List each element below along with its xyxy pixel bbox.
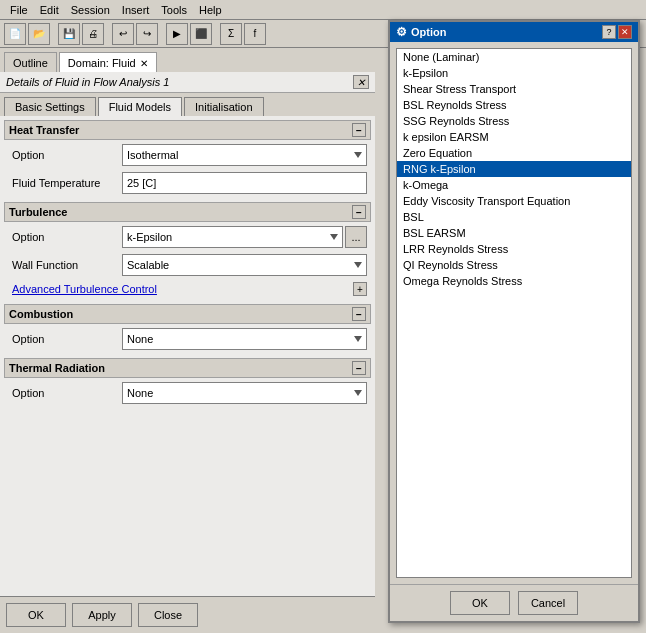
- tab-fluid-models[interactable]: Fluid Models: [98, 97, 182, 117]
- heat-transfer-option-wrapper: IsothermalTotal EnergyThermal Energy: [122, 144, 367, 166]
- wall-function-label: Wall Function: [12, 259, 122, 271]
- combustion-option-select[interactable]: None: [122, 328, 367, 350]
- combustion-option-wrapper: None: [122, 328, 367, 350]
- details-close-btn[interactable]: ✕: [353, 75, 369, 89]
- toolbar-func[interactable]: f: [244, 23, 266, 45]
- heat-transfer-option-row: Option IsothermalTotal EnergyThermal Ene…: [4, 142, 371, 168]
- toolbar-redo[interactable]: ↪: [136, 23, 158, 45]
- list-item-4[interactable]: SSG Reynolds Stress: [397, 113, 631, 129]
- menu-edit[interactable]: Edit: [34, 2, 65, 18]
- list-item-5[interactable]: k epsilon EARSM: [397, 129, 631, 145]
- dialog-close-btn[interactable]: ✕: [618, 25, 632, 39]
- toolbar-run[interactable]: ▶: [166, 23, 188, 45]
- list-item-12[interactable]: LRR Reynolds Stress: [397, 241, 631, 257]
- heat-transfer-collapse-btn[interactable]: −: [352, 123, 366, 137]
- list-item-0[interactable]: None (Laminar): [397, 49, 631, 65]
- thermal-radiation-option-label: Option: [12, 387, 122, 399]
- tab-initialisation[interactable]: Initialisation: [184, 97, 263, 117]
- thermal-radiation-option-select[interactable]: None: [122, 382, 367, 404]
- form-content: Heat Transfer − Option IsothermalTotal E…: [0, 116, 375, 601]
- wall-function-wrapper: ScalableStandardNone: [122, 254, 367, 276]
- heat-transfer-option-select[interactable]: IsothermalTotal EnergyThermal Energy: [122, 144, 367, 166]
- combustion-option-label: Option: [12, 333, 122, 345]
- domain-tab[interactable]: Domain: Fluid ✕: [59, 52, 157, 74]
- heat-transfer-option-label: Option: [12, 149, 122, 161]
- option-list[interactable]: None (Laminar)k-EpsilonShear Stress Tran…: [396, 48, 632, 578]
- toolbar-new[interactable]: 📄: [4, 23, 26, 45]
- dialog-ok-button[interactable]: OK: [450, 591, 510, 615]
- list-item-10[interactable]: BSL: [397, 209, 631, 225]
- dialog-bottom-buttons: OK Cancel: [390, 584, 638, 621]
- ok-button[interactable]: OK: [6, 603, 66, 627]
- list-item-1[interactable]: k-Epsilon: [397, 65, 631, 81]
- list-item-11[interactable]: BSL EARSM: [397, 225, 631, 241]
- list-item-8[interactable]: k-Omega: [397, 177, 631, 193]
- toolbar-calc[interactable]: Σ: [220, 23, 242, 45]
- turbulence-section-header: Turbulence −: [4, 202, 371, 222]
- dialog-controls: ? ✕: [602, 25, 632, 39]
- thermal-radiation-collapse-btn[interactable]: −: [352, 361, 366, 375]
- menu-help[interactable]: Help: [193, 2, 228, 18]
- turbulence-option-select[interactable]: k-Epsilonk-OmegaSSTNone (Laminar): [122, 226, 343, 248]
- thermal-radiation-section-header: Thermal Radiation −: [4, 358, 371, 378]
- list-item-7[interactable]: RNG k-Epsilon: [397, 161, 631, 177]
- combustion-collapse-btn[interactable]: −: [352, 307, 366, 321]
- dialog-help-btn[interactable]: ?: [602, 25, 616, 39]
- advanced-turbulence-label[interactable]: Advanced Turbulence Control: [12, 283, 157, 295]
- turbulence-dots-btn[interactable]: ...: [345, 226, 367, 248]
- list-item-9[interactable]: Eddy Viscosity Transport Equation: [397, 193, 631, 209]
- advanced-turbulence-row: Advanced Turbulence Control +: [4, 280, 371, 298]
- wall-function-row: Wall Function ScalableStandardNone: [4, 252, 371, 278]
- dialog-cancel-button[interactable]: Cancel: [518, 591, 578, 615]
- toolbar-print[interactable]: 🖨: [82, 23, 104, 45]
- apply-button[interactable]: Apply: [72, 603, 132, 627]
- turbulence-option-row: Option k-Epsilonk-OmegaSSTNone (Laminar)…: [4, 224, 371, 250]
- list-item-2[interactable]: Shear Stress Transport: [397, 81, 631, 97]
- turbulence-option-wrapper: k-Epsilonk-OmegaSSTNone (Laminar) ...: [122, 226, 367, 248]
- bottom-buttons: OK Apply Close: [0, 596, 375, 633]
- toolbar-open[interactable]: 📂: [28, 23, 50, 45]
- advanced-turbulence-expand-btn[interactable]: +: [353, 282, 367, 296]
- details-title-bar: Details of Fluid in Flow Analysis 1 ✕: [0, 72, 375, 93]
- heat-transfer-section-header: Heat Transfer −: [4, 120, 371, 140]
- details-title: Details of Fluid in Flow Analysis 1: [6, 76, 169, 88]
- toolbar-save[interactable]: 💾: [58, 23, 80, 45]
- outline-tab[interactable]: Outline: [4, 52, 57, 74]
- menu-file[interactable]: File: [4, 2, 34, 18]
- close-button[interactable]: Close: [138, 603, 198, 627]
- option-dialog: ⚙ Option ? ✕ None (Laminar)k-EpsilonShea…: [388, 20, 640, 623]
- inner-tab-bar: Basic Settings Fluid Models Initialisati…: [0, 94, 375, 117]
- turbulence-option-label: Option: [12, 231, 122, 243]
- fluid-temp-label: Fluid Temperature: [12, 177, 122, 189]
- toolbar-stop[interactable]: ⬛: [190, 23, 212, 45]
- tab-basic-settings[interactable]: Basic Settings: [4, 97, 96, 117]
- combustion-option-row: Option None: [4, 326, 371, 352]
- domain-close-icon[interactable]: ✕: [140, 58, 148, 69]
- menu-tools[interactable]: Tools: [155, 2, 193, 18]
- fluid-temp-input[interactable]: [122, 172, 367, 194]
- dialog-titlebar: ⚙ Option ? ✕: [390, 22, 638, 42]
- fluid-temp-row: Fluid Temperature: [4, 170, 371, 196]
- turbulence-collapse-btn[interactable]: −: [352, 205, 366, 219]
- thermal-radiation-option-row: Option None: [4, 380, 371, 406]
- wall-function-select[interactable]: ScalableStandardNone: [122, 254, 367, 276]
- list-item-13[interactable]: QI Reynolds Stress: [397, 257, 631, 273]
- dialog-title: ⚙ Option: [396, 25, 446, 39]
- menubar: File Edit Session Insert Tools Help: [0, 0, 646, 20]
- list-item-14[interactable]: Omega Reynolds Stress: [397, 273, 631, 289]
- list-item-3[interactable]: BSL Reynolds Stress: [397, 97, 631, 113]
- toolbar-undo[interactable]: ↩: [112, 23, 134, 45]
- list-item-6[interactable]: Zero Equation: [397, 145, 631, 161]
- thermal-radiation-option-wrapper: None: [122, 382, 367, 404]
- menu-insert[interactable]: Insert: [116, 2, 156, 18]
- menu-session[interactable]: Session: [65, 2, 116, 18]
- combustion-section-header: Combustion −: [4, 304, 371, 324]
